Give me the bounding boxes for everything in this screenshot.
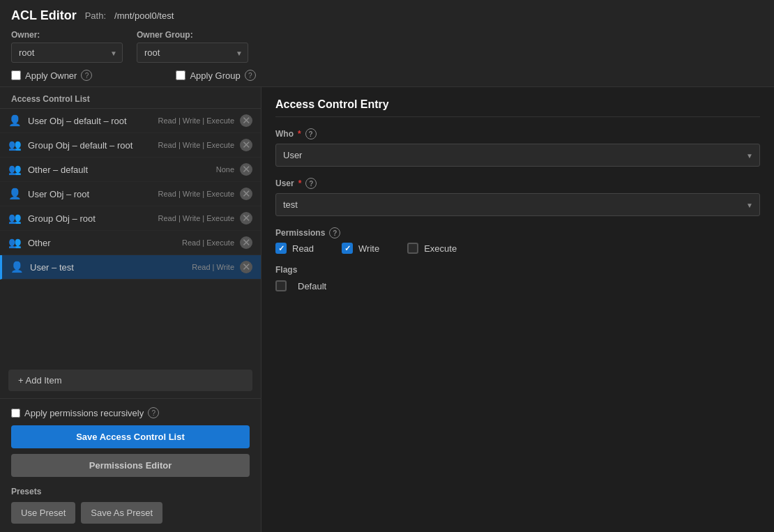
who-help-icon[interactable]: ? [305,128,317,139]
perm-item: Write [342,243,379,254]
acl-item-perms: Read | Write | Execute [158,214,234,222]
perm-label: Read [292,243,314,254]
flags-group: Flags Default [275,265,760,291]
acl-list-item[interactable]: 👥 Group Obj – default – root Read | Writ… [0,133,261,158]
acl-item-icon: 👤 [8,188,22,200]
flag-item: Default [275,280,760,291]
user-select[interactable]: test root admin [275,193,760,216]
acl-item-icon: 👤 [10,261,24,273]
owner-group-select-wrapper: root [137,43,248,63]
owner-select[interactable]: root [11,43,123,63]
permissions-help-icon[interactable]: ? [329,227,340,238]
header: ACL Editor Path: /mnt/pool0/test Owner: … [0,0,774,87]
permissions-checkboxes: ReadWriteExecute [275,243,760,254]
who-select-wrapper: User Group Other Mask [275,144,760,167]
flag-label: Default [298,281,326,291]
acl-item-label: User Obj – root [28,189,158,199]
apply-owner-label: Apply Owner [25,70,77,81]
presets-section: Presets Use Preset Save As Preset [11,487,250,524]
presets-title: Presets [11,487,250,496]
acl-item-label: Group Obj – root [28,213,158,224]
permissions-group: Permissions ? ReadWriteExecute [275,227,760,254]
acl-list-item[interactable]: 👥 Group Obj – root Read | Write | Execut… [0,206,261,231]
acl-item-icon: 👥 [8,212,22,225]
permissions-editor-button[interactable]: Permissions Editor [11,454,250,477]
acl-list-item[interactable]: 👤 User Obj – default – root Read | Write… [0,109,261,133]
flag-checkbox[interactable] [275,280,287,291]
acl-item-remove-button[interactable]: ✕ [240,261,252,273]
apply-owner-checkbox[interactable] [11,70,21,80]
acl-item-label: Group Obj – default – root [28,140,158,151]
main-container: ACL Editor Path: /mnt/pool0/test Owner: … [0,0,774,532]
acl-item-label: User Obj – default – root [28,116,158,126]
acl-item-remove-button[interactable]: ✕ [240,188,252,200]
acl-item-remove-button[interactable]: ✕ [240,163,252,176]
acl-item-icon: 👥 [8,236,22,249]
add-item-button[interactable]: + Add Item [8,370,252,391]
perm-checkbox[interactable] [407,243,418,254]
acl-item-icon: 👥 [8,163,22,176]
perm-item: Execute [407,243,457,254]
user-help-icon[interactable]: ? [305,178,317,189]
use-preset-button[interactable]: Use Preset [11,502,75,524]
owner-group-select[interactable]: root [137,43,248,63]
acl-item-remove-button[interactable]: ✕ [240,139,252,151]
acl-list: 👤 User Obj – default – root Read | Write… [0,109,261,363]
apply-owner-item: Apply Owner ? [11,70,92,81]
apply-group-item: Apply Group ? [176,70,255,81]
acl-item-label: Other – default [28,165,216,175]
perm-label: Write [358,243,379,254]
content-area: Access Control List 👤 User Obj – default… [0,87,774,532]
acl-list-item[interactable]: 👤 User Obj – root Read | Write | Execute… [0,182,261,206]
who-group: Who * ? User Group Other Mask [275,128,760,167]
acl-item-label: User – test [30,262,192,273]
acl-item-remove-button[interactable]: ✕ [240,212,252,225]
save-acl-button[interactable]: Save Access Control List [11,425,250,448]
acl-item-perms: Read | Write | Execute [158,116,234,125]
path-label: Path: [85,10,106,21]
acl-item-remove-button[interactable]: ✕ [240,114,252,127]
acl-item-remove-button[interactable]: ✕ [240,236,252,249]
acl-list-item[interactable]: 👥 Other – default None ✕ [0,158,261,182]
owner-group-label: Owner Group: [137,30,248,40]
user-label: User [275,178,294,188]
who-select[interactable]: User Group Other Mask [275,144,760,167]
apply-owner-help-icon[interactable]: ? [81,70,92,81]
apply-group-checkbox[interactable] [176,70,185,80]
acl-section-title: Access Control List [0,87,261,109]
acl-item-perms: Read | Execute [182,238,234,247]
recursive-help-icon[interactable]: ? [148,407,159,418]
user-select-wrapper: test root admin [275,193,760,216]
owner-label: Owner: [11,30,123,40]
acl-list-item[interactable]: 👤 User – test Read | Write ✕ [0,255,261,280]
save-preset-button[interactable]: Save As Preset [81,502,162,524]
acl-item-perms: Read | Write [192,263,234,271]
perm-item: Read [275,243,314,254]
ace-title: Access Control Entry [275,98,760,117]
acl-item-perms: Read | Write | Execute [158,190,234,198]
perm-checkbox[interactable] [275,243,287,254]
flags-checkboxes: Default [275,280,760,291]
acl-item-icon: 👥 [8,139,22,151]
permissions-label: Permissions [275,228,325,238]
perm-checkbox[interactable] [342,243,353,254]
who-label: Who [275,129,294,139]
flags-title: Flags [275,265,760,275]
owner-select-wrapper: root [11,43,123,63]
acl-item-perms: None [216,165,234,174]
user-group: User * ? test root admin [275,178,760,216]
recursive-checkbox[interactable] [11,409,20,418]
right-panel: Access Control Entry Who * ? User Group … [261,87,774,532]
bottom-panel: Apply permissions recursively ? Save Acc… [0,398,261,532]
apply-group-label: Apply Group [190,70,240,81]
user-label-row: User * ? [275,178,760,189]
apply-group-help-icon[interactable]: ? [245,70,256,81]
user-required: * [298,178,302,188]
page-title: ACL Editor [11,8,77,23]
perm-label: Execute [424,243,457,254]
acl-item-icon: 👤 [8,114,22,127]
acl-item-perms: Read | Write | Execute [158,141,234,149]
acl-list-item[interactable]: 👥 Other Read | Execute ✕ [0,231,261,255]
acl-item-label: Other [28,238,182,248]
path-value: /mnt/pool0/test [114,10,174,21]
